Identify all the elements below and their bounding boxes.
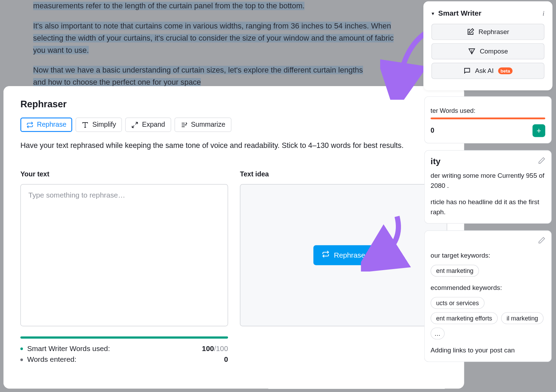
chat-icon <box>463 67 471 75</box>
words-used-label: ter Words used: <box>431 107 545 114</box>
tab-expand-label: Expand <box>142 121 165 128</box>
modal-title: Rephraser <box>21 99 438 110</box>
add-words-button[interactable]: + <box>532 124 545 137</box>
meter-label-2: Words entered: <box>27 356 224 364</box>
panel-bullet-1: der writing some more Currently 955 of 2… <box>431 170 545 191</box>
target-keywords-label: our target keywords: <box>431 250 545 260</box>
meter-v2: 0 <box>224 356 228 364</box>
tab-simplify-label: Simplify <box>92 121 116 128</box>
tab-rephrase[interactable]: Rephrase <box>21 117 73 132</box>
text-idea-output: Rephrase <box>240 184 447 326</box>
rephraser-modal: Rephraser ✕ Rephrase Simplify Expand <box>3 86 464 389</box>
edit-icon[interactable] <box>538 237 545 246</box>
panel-title: ity <box>431 157 538 166</box>
meter-label-1: Smart Writer Words used: <box>27 344 202 353</box>
simplify-icon <box>82 121 89 128</box>
rephraser-icon <box>467 28 474 36</box>
meter-bar <box>21 336 228 339</box>
chevron-down-icon[interactable]: ▾ <box>432 11 434 17</box>
ask-ai-button[interactable]: Ask AI beta <box>432 63 545 79</box>
refresh-icon <box>26 121 34 128</box>
beta-badge: beta <box>498 67 513 74</box>
rephrase-submit-button[interactable]: Rephrase <box>313 245 374 265</box>
words-progress <box>431 117 545 119</box>
panel-bullet-2: rticle has no headline dd it as the firs… <box>431 197 545 217</box>
rephrase-btn-label: Rephrase <box>334 251 365 259</box>
smart-writer-title: Smart Writer <box>438 9 538 18</box>
refresh-icon <box>322 250 329 260</box>
expand-icon <box>131 121 139 128</box>
keyword-tag[interactable]: ent marketing <box>431 265 479 277</box>
summarize-icon <box>180 121 188 128</box>
info-icon[interactable]: i <box>542 10 544 17</box>
panel-quality: ity der writing some more Currently 955 … <box>424 150 552 224</box>
modal-description: Have your text rephrased while keeping t… <box>21 141 447 150</box>
sidebar: ▾ Smart Writer i Rephraser Compose <box>424 2 552 369</box>
tab-simplify[interactable]: Simplify <box>76 117 122 132</box>
compose-label: Compose <box>480 48 508 55</box>
your-text-input[interactable] <box>21 184 228 326</box>
dot-icon <box>21 348 23 350</box>
usage-meter: Smart Writer Words used: 100/100 Words e… <box>21 336 228 364</box>
tab-rephrase-label: Rephrase <box>37 121 66 128</box>
keyword-tag[interactable]: il marketing <box>501 312 543 324</box>
your-text-label: Your text <box>21 170 228 178</box>
recommended-keywords-label: ecommended keywords: <box>431 283 545 293</box>
dot-icon <box>21 359 23 361</box>
text-idea-label: Text idea <box>240 170 447 178</box>
words-count: 0 <box>431 127 434 134</box>
meter-v1: 100 <box>202 344 214 352</box>
panel-keywords: our target keywords: ent marketing ecomm… <box>424 231 552 362</box>
words-used-panel: ter Words used: 0 + <box>424 96 552 143</box>
rephraser-button[interactable]: Rephraser <box>432 24 545 40</box>
smart-writer-panel: ▾ Smart Writer i Rephraser Compose <box>424 2 552 90</box>
meter-v1max: 100 <box>216 344 228 352</box>
compose-icon <box>468 48 475 55</box>
mode-tabs: Rephrase Simplify Expand Summarize <box>21 117 447 132</box>
panel-footer-text: Adding links to your post can <box>431 345 545 356</box>
tab-summarize-label: Summarize <box>191 121 225 128</box>
tab-expand[interactable]: Expand <box>125 117 171 132</box>
more-tags[interactable]: … <box>431 327 444 339</box>
ask-ai-label: Ask AI <box>475 67 494 75</box>
tab-summarize[interactable]: Summarize <box>174 117 231 132</box>
edit-icon[interactable] <box>538 157 545 166</box>
rephraser-label: Rephraser <box>479 28 509 36</box>
compose-button[interactable]: Compose <box>432 43 545 59</box>
keyword-tag[interactable]: ent marketing efforts <box>431 312 498 324</box>
keyword-tag[interactable]: ucts or services <box>431 297 484 309</box>
